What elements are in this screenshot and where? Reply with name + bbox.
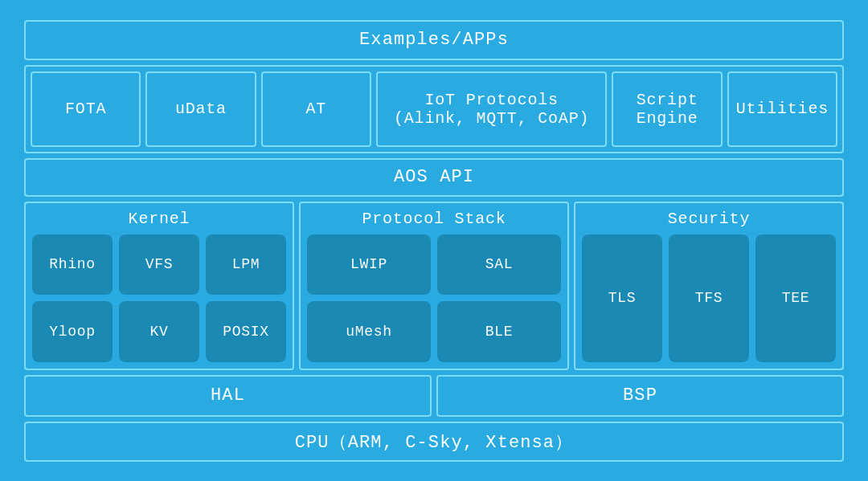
security-chips: TLS TFS TEE [582,234,836,362]
middle-row: Kernel Rhino VFS LPM Yloop KV POSIX Prot… [24,202,844,370]
security-title: Security [582,210,836,228]
chip-kv: KV [119,301,199,362]
protocol-stack-title: Protocol Stack [307,210,561,228]
kernel-section: Kernel Rhino VFS LPM Yloop KV POSIX [24,202,294,370]
app-udata: uData [145,71,256,147]
app-script-engine: Script Engine [612,71,722,147]
app-at: AT [261,71,371,147]
chip-rhino: Rhino [32,234,113,296]
hal-bsp-row: HAL BSP [24,375,844,417]
chip-ble: BLE [437,301,561,362]
hal-label: HAL [211,385,245,406]
chip-posix: POSIX [206,301,286,362]
apps-row: FOTA uData AT IoT Protocols (Alink, MQTT… [24,65,844,153]
kernel-title: Kernel [32,210,286,228]
chip-vfs: VFS [119,234,199,296]
hal-cell: HAL [24,375,432,417]
chip-lwip: LWIP [307,234,431,296]
chip-sal: SAL [437,234,561,296]
app-fota: FOTA [31,71,141,147]
chip-tls: TLS [582,234,662,362]
kernel-chips: Rhino VFS LPM Yloop KV POSIX [32,234,286,362]
bsp-label: BSP [623,385,657,406]
chip-lpm: LPM [206,234,286,296]
architecture-diagram: Examples/APPs FOTA uData AT IoT Protocol… [16,12,852,470]
bsp-cell: BSP [436,375,844,417]
chip-tfs: TFS [669,234,749,362]
chip-tee: TEE [755,234,836,362]
cpu-label: CPU（ARM, C-Sky, Xtensa） [295,430,574,454]
examples-apps-layer: Examples/APPs [24,20,844,60]
chip-umesh: uMesh [307,301,431,362]
protocol-chips: LWIP SAL uMesh BLE [307,234,561,362]
chip-yloop: Yloop [32,301,113,362]
security-section: Security TLS TFS TEE [574,202,844,370]
examples-apps-label: Examples/APPs [359,30,509,50]
aos-api-layer: AOS API [24,158,844,197]
app-utilities: Utilities [727,71,837,147]
aos-api-label: AOS API [394,167,474,187]
protocol-stack-section: Protocol Stack LWIP SAL uMesh BLE [299,202,569,370]
app-iot-protocols: IoT Protocols (Alink, MQTT, CoAP) [376,71,608,147]
cpu-layer: CPU（ARM, C-Sky, Xtensa） [24,422,844,462]
